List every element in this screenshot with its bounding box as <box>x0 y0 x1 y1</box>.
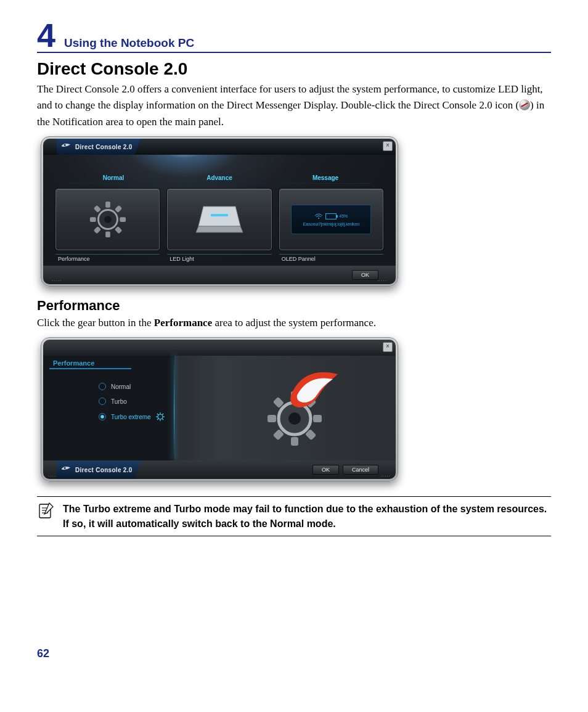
app-body: Normal Advance Message <box>43 155 396 266</box>
app-title-tab: Direct Console 2.0 <box>57 139 141 155</box>
performance-options: Normal Turbo Turbo extreme <box>99 383 165 421</box>
option-label: Turbo <box>111 398 127 405</box>
perf-text-bold: Performance <box>154 317 212 329</box>
close-button[interactable]: × <box>383 141 393 151</box>
performance-illustration <box>260 370 346 451</box>
category-oled-panel: OLED Pannel <box>279 254 383 263</box>
radio-icon <box>99 398 106 405</box>
oled-preview: 45% Easonui7jnklmijoj;iojlij,kmlkmi <box>291 205 371 234</box>
svg-rect-7 <box>93 226 100 234</box>
brand-label: Direct Console 2.0 <box>75 467 133 473</box>
page-number: 62 <box>37 647 551 660</box>
svg-point-34 <box>64 467 66 469</box>
svg-point-15 <box>158 414 163 419</box>
svg-rect-9 <box>115 226 122 234</box>
brand-tab: Direct Console 2.0 <box>57 460 141 479</box>
svg-rect-25 <box>291 437 298 446</box>
rog-logo-icon <box>60 141 71 152</box>
perf-text-b: area to adjust the system performance. <box>212 317 376 329</box>
app-footer: ..... OK ..... <box>43 266 396 284</box>
chapter-header: 4 Using the Notebook PC <box>37 18 551 53</box>
flaming-gear-icon <box>260 370 346 451</box>
svg-marker-12 <box>196 226 243 232</box>
note-block: The Turbo extreme and Turbo mode may fai… <box>37 496 551 536</box>
direct-console-performance-panel: × Performance Normal Turbo Turbo extreme <box>41 337 398 481</box>
footer-decoration-left: ..... <box>52 277 62 282</box>
performance-tab[interactable]: Performance <box>49 359 131 369</box>
footer-decoration-right: ..... <box>377 277 387 282</box>
ok-button[interactable]: OK <box>312 465 339 475</box>
oled-panel-card[interactable]: 45% Easonui7jnklmijoj;iojlij,kmlkmi <box>279 189 383 250</box>
option-turbo[interactable]: Turbo <box>99 398 165 405</box>
note-text: The Turbo extreme and Turbo mode may fai… <box>63 502 551 530</box>
svg-rect-26 <box>267 415 276 422</box>
battery-icon <box>325 213 337 219</box>
divider-glow <box>174 356 174 460</box>
performance-paragraph: Click the gear button in the Performance… <box>37 315 551 331</box>
close-button[interactable]: × <box>383 342 393 352</box>
app-title: Direct Console 2.0 <box>75 144 133 150</box>
svg-rect-2 <box>105 202 110 208</box>
intro-paragraph: The Direct Console 2.0 offers a convenie… <box>37 81 551 130</box>
svg-point-33 <box>288 412 301 425</box>
svg-rect-6 <box>115 205 122 213</box>
svg-point-14 <box>318 218 319 219</box>
settings-cog-icon[interactable] <box>156 412 165 421</box>
direct-console-tray-icon <box>519 99 530 110</box>
app2-body: Performance Normal Turbo Turbo extreme <box>43 356 396 460</box>
subsection-title: Performance <box>37 298 551 314</box>
svg-point-10 <box>104 216 112 223</box>
radio-icon <box>99 383 106 390</box>
performance-card[interactable] <box>55 189 160 250</box>
mode-advance[interactable]: Advance <box>173 174 266 184</box>
svg-rect-4 <box>90 217 96 222</box>
rog-logo-icon <box>60 464 71 475</box>
battery-percent: 45% <box>339 214 348 218</box>
app2-topbar: × <box>43 340 396 356</box>
option-label: Turbo extreme <box>111 414 151 420</box>
category-performance: Performance <box>55 254 160 263</box>
svg-rect-3 <box>105 231 110 237</box>
svg-point-0 <box>64 144 66 146</box>
footer-decoration-right: ..... <box>381 472 391 478</box>
perf-text-a: Click the gear button in the <box>37 317 154 329</box>
oled-sample-text: Easonui7jnklmijoj;iojlij,kmlkmi <box>303 222 359 226</box>
option-label: Normal <box>111 383 131 390</box>
svg-rect-5 <box>120 217 126 222</box>
ok-button[interactable]: OK <box>352 270 378 280</box>
intro-text-a: The Direct Console 2.0 offers a convenie… <box>37 83 543 111</box>
cancel-button[interactable]: Cancel <box>343 465 378 475</box>
app-titlebar: Direct Console 2.0 × <box>43 139 396 155</box>
app2-footer: ..... Direct Console 2.0 OK Cancel ..... <box>43 460 396 479</box>
svg-rect-13 <box>211 214 228 216</box>
wifi-icon <box>314 213 323 219</box>
option-normal[interactable]: Normal <box>99 383 165 390</box>
section-title: Direct Console 2.0 <box>37 59 551 79</box>
option-turbo-extreme[interactable]: Turbo extreme <box>99 412 165 421</box>
svg-line-23 <box>157 419 158 420</box>
chapter-title: Using the Notebook PC <box>64 36 194 50</box>
svg-line-22 <box>162 414 163 415</box>
led-light-card[interactable] <box>167 189 271 250</box>
direct-console-main-panel: Direct Console 2.0 × Normal Advance Mess… <box>41 136 398 287</box>
laptop-icon <box>195 204 244 235</box>
note-icon <box>37 502 54 519</box>
mode-message[interactable]: Message <box>279 174 372 184</box>
svg-line-21 <box>162 419 163 420</box>
gear-icon <box>89 200 127 239</box>
category-led-light: LED Light <box>167 254 271 263</box>
radio-icon <box>99 413 106 420</box>
svg-line-20 <box>157 414 158 415</box>
svg-rect-27 <box>313 415 322 422</box>
footer-decoration-left: ..... <box>48 472 58 478</box>
chapter-number: 4 <box>37 18 55 52</box>
mode-normal[interactable]: Normal <box>67 174 160 184</box>
svg-rect-8 <box>93 205 100 213</box>
